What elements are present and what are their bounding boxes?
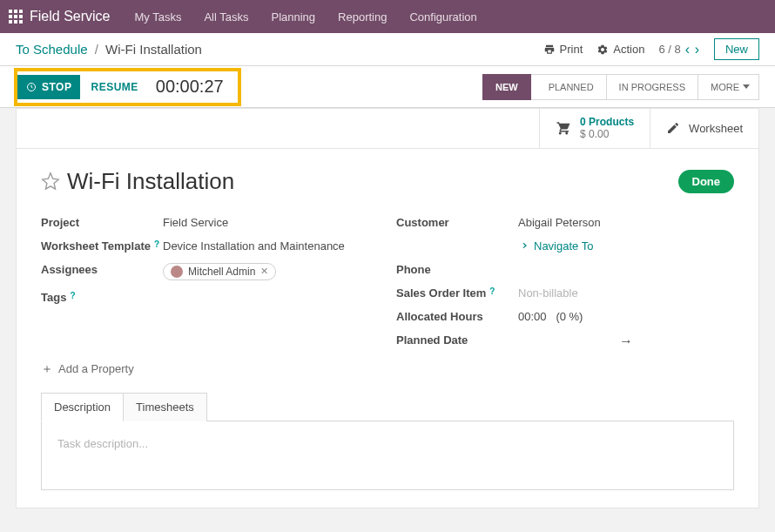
status-tab-more[interactable]: MORE: [698, 74, 759, 100]
description-placeholder: Task description...: [57, 437, 148, 450]
clock-icon: [26, 82, 37, 92]
tabs: Description Timesheets: [41, 393, 734, 421]
page-title: Wi-Fi Installation: [67, 168, 234, 195]
sales-order-label: Sales Order Item?: [396, 286, 518, 300]
content-area: 0 Products $ 0.00 Worksheet Wi-Fi Instal…: [0, 108, 775, 524]
new-button[interactable]: New: [714, 38, 759, 60]
pencil-icon: [666, 121, 680, 135]
print-label: Print: [560, 43, 583, 56]
record-card: 0 Products $ 0.00 Worksheet Wi-Fi Instal…: [16, 108, 759, 508]
pager-prev-icon[interactable]: ‹: [685, 42, 690, 57]
breadcrumb-parent[interactable]: To Schedule: [16, 42, 88, 57]
help-icon[interactable]: ?: [489, 286, 495, 296]
nav-my-tasks[interactable]: My Tasks: [134, 10, 181, 24]
chip-remove-icon[interactable]: ✕: [260, 266, 268, 277]
products-count: 0 Products: [580, 116, 634, 128]
stop-label: STOP: [42, 81, 71, 93]
worksheet-template-label: Worksheet Template?: [41, 239, 163, 253]
plus-icon: ＋: [41, 361, 53, 377]
caret-down-icon: [743, 84, 750, 89]
pager-text: 6 / 8: [658, 43, 680, 56]
nav-planning[interactable]: Planning: [271, 10, 315, 24]
project-value[interactable]: Field Service: [163, 216, 379, 229]
nav-configuration[interactable]: Configuration: [409, 10, 476, 24]
done-button[interactable]: Done: [678, 170, 735, 193]
timer-highlight-box: STOP RESUME 00:00:27: [14, 68, 241, 106]
action-button[interactable]: Action: [596, 43, 644, 56]
favorite-star-icon[interactable]: [41, 172, 60, 191]
nav-all-tasks[interactable]: All Tasks: [204, 10, 248, 24]
printer-icon: [543, 44, 556, 56]
pager: 6 / 8 ‹ ›: [658, 42, 700, 57]
card-body: Wi-Fi Installation Done Project Field Se…: [17, 149, 758, 508]
worksheet-cell[interactable]: Worksheet: [650, 109, 758, 148]
tab-description[interactable]: Description: [41, 393, 124, 421]
tab-panel[interactable]: Task description...: [41, 421, 734, 490]
project-label: Project: [41, 216, 163, 229]
customer-label: Customer: [396, 216, 518, 229]
status-tab-in-progress[interactable]: IN PROGRESS: [607, 74, 698, 100]
breadcrumb: To Schedule / Wi-Fi Installation: [16, 42, 202, 57]
planned-date-value[interactable]: →: [518, 333, 734, 349]
allocated-hours-value[interactable]: 00:00 (0 %): [518, 310, 734, 323]
svg-rect-3: [9, 15, 12, 18]
app-brand[interactable]: Field Service: [30, 9, 110, 24]
svg-rect-0: [9, 10, 12, 13]
action-label: Action: [613, 43, 644, 56]
breadcrumb-current: Wi-Fi Installation: [105, 42, 202, 57]
sales-order-value[interactable]: Non-billable: [518, 286, 734, 300]
stop-button[interactable]: STOP: [17, 75, 80, 99]
assignee-name: Mitchell Admin: [188, 266, 255, 278]
breadcrumb-sep: /: [95, 42, 98, 57]
apps-grid-icon[interactable]: [9, 10, 23, 24]
top-navbar: Field Service My Tasks All Tasks Plannin…: [0, 0, 775, 33]
svg-rect-1: [14, 10, 17, 13]
more-label: MORE: [711, 82, 739, 92]
tags-label: Tags?: [41, 291, 163, 304]
worksheet-label: Worksheet: [689, 122, 743, 135]
title-row: Wi-Fi Installation Done: [41, 168, 734, 195]
gear-icon: [596, 44, 609, 56]
avatar-icon: [171, 266, 183, 278]
tab-timesheets[interactable]: Timesheets: [123, 393, 207, 421]
status-tab-planned[interactable]: PLANNED: [531, 74, 607, 100]
planned-date-label: Planned Date: [396, 333, 518, 349]
customer-value[interactable]: Abigail Peterson: [518, 216, 734, 229]
assignees-label: Assignees: [41, 263, 163, 280]
toolbar-row: STOP RESUME 00:00:27 NEW PLANNED IN PROG…: [0, 66, 775, 108]
assignees-value[interactable]: Mitchell Admin ✕: [163, 263, 379, 280]
status-tab-new[interactable]: NEW: [482, 74, 531, 100]
arrow-right-thin-icon: →: [619, 333, 633, 348]
add-property-label: Add a Property: [58, 362, 134, 375]
phone-label: Phone: [396, 263, 518, 276]
worksheet-template-value[interactable]: Device Installation and Maintenance: [163, 239, 379, 253]
products-cell[interactable]: 0 Products $ 0.00: [539, 109, 650, 148]
form-right-column: Customer Abigail Peterson Navigate To: [396, 211, 734, 354]
sub-header: To Schedule / Wi-Fi Installation Print A…: [0, 33, 775, 66]
svg-rect-7: [14, 20, 17, 24]
arrow-right-icon: [518, 240, 529, 251]
svg-rect-2: [19, 10, 23, 13]
tags-value[interactable]: [163, 291, 379, 304]
help-icon[interactable]: ?: [154, 239, 159, 249]
allocated-hours-label: Allocated Hours: [396, 310, 518, 323]
help-icon[interactable]: ?: [70, 291, 75, 300]
form-grid: Project Field Service Worksheet Template…: [41, 211, 734, 354]
svg-rect-6: [9, 20, 12, 24]
pager-next-icon[interactable]: ›: [695, 42, 699, 57]
navigate-label: Navigate To: [534, 239, 593, 253]
assignee-chip[interactable]: Mitchell Admin ✕: [163, 263, 276, 280]
products-amount: $ 0.00: [580, 128, 634, 140]
status-tabs: NEW PLANNED IN PROGRESS MORE: [482, 66, 775, 107]
add-property-button[interactable]: ＋ Add a Property: [41, 361, 734, 377]
svg-rect-4: [14, 15, 17, 18]
print-button[interactable]: Print: [543, 43, 583, 56]
card-topbar: 0 Products $ 0.00 Worksheet: [17, 109, 758, 149]
resume-button[interactable]: RESUME: [80, 75, 148, 99]
form-left-column: Project Field Service Worksheet Template…: [41, 211, 379, 354]
svg-rect-5: [19, 15, 23, 18]
phone-value[interactable]: [518, 263, 734, 276]
nav-reporting[interactable]: Reporting: [338, 10, 387, 24]
cart-icon: [556, 120, 571, 136]
navigate-to-link[interactable]: Navigate To: [518, 239, 734, 253]
